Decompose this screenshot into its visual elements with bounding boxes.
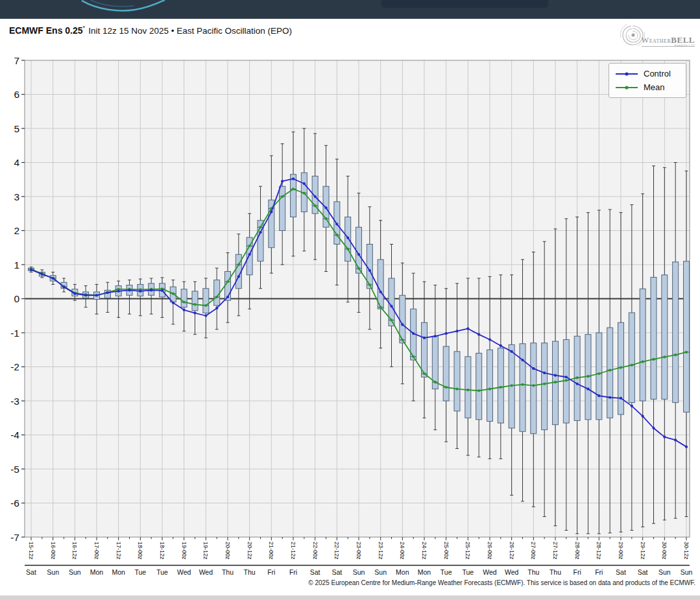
svg-text:30-00z: 30-00z — [661, 542, 668, 560]
svg-text:3: 3 — [14, 191, 19, 202]
control-line-icon — [615, 70, 638, 78]
svg-text:4: 4 — [14, 157, 19, 168]
legend-item-control: Control — [615, 67, 686, 80]
svg-text:21-12z: 21-12z — [290, 542, 296, 560]
svg-text:26-00z: 26-00z — [487, 542, 493, 560]
svg-text:-3: -3 — [10, 396, 19, 407]
svg-text:27-00z: 27-00z — [530, 542, 537, 560]
svg-text:-6: -6 — [10, 498, 19, 509]
chart-legend: Control Mean — [609, 63, 686, 98]
svg-text:Sat: Sat — [332, 568, 342, 576]
svg-text:Thu: Thu — [549, 568, 561, 576]
svg-text:-1: -1 — [10, 328, 19, 339]
page: ECMWF Ens 0.25°Init 12z 15 Nov 2025 • Ea… — [0, 0, 700, 600]
legend-item-mean: Mean — [615, 80, 686, 94]
svg-text:Fri: Fri — [267, 568, 275, 576]
svg-text:16-00z: 16-00z — [50, 542, 56, 560]
svg-text:Fri: Fri — [289, 568, 297, 576]
svg-text:Wed: Wed — [483, 568, 497, 576]
svg-text:20-12z: 20-12z — [247, 542, 253, 560]
svg-text:-2: -2 — [10, 361, 19, 372]
svg-text:6: 6 — [14, 89, 19, 100]
svg-text:18-00z: 18-00z — [137, 542, 143, 560]
svg-text:19-00z: 19-00z — [181, 542, 187, 560]
svg-text:26-12z: 26-12z — [509, 542, 515, 560]
svg-text:Mon: Mon — [418, 568, 431, 576]
svg-text:25-00z: 25-00z — [443, 542, 450, 560]
svg-text:16-12z: 16-12z — [71, 542, 78, 560]
footer-copyright: © 2025 European Centre for Medium-Range … — [0, 579, 695, 586]
svg-text:Sat: Sat — [616, 568, 626, 576]
svg-text:19-12z: 19-12z — [202, 542, 209, 560]
svg-text:28-12z: 28-12z — [596, 542, 602, 560]
svg-text:Mon: Mon — [112, 568, 125, 576]
mean-line-icon — [615, 84, 638, 91]
svg-text:25-12z: 25-12z — [465, 542, 471, 560]
svg-text:Wed: Wed — [505, 568, 519, 576]
svg-text:28-00z: 28-00z — [574, 542, 581, 560]
svg-text:24-00z: 24-00z — [399, 542, 405, 560]
bottom-strip — [0, 595, 700, 600]
svg-text:Sun: Sun — [47, 568, 59, 576]
svg-text:Tue: Tue — [134, 568, 146, 576]
svg-text:24-12z: 24-12z — [421, 542, 428, 560]
svg-text:22-12z: 22-12z — [333, 542, 340, 560]
svg-text:Thu: Thu — [222, 568, 234, 576]
svg-text:2: 2 — [14, 225, 19, 236]
legend-label-mean: Mean — [644, 82, 665, 92]
svg-text:5: 5 — [14, 123, 19, 134]
svg-text:Sun: Sun — [69, 568, 81, 576]
svg-text:27-12z: 27-12z — [552, 542, 559, 560]
svg-text:-5: -5 — [10, 464, 19, 475]
svg-text:Sat: Sat — [310, 568, 320, 576]
legend-label-control: Control — [644, 69, 671, 78]
svg-text:Tue: Tue — [462, 568, 474, 576]
svg-text:Sun: Sun — [681, 568, 693, 576]
svg-text:18-12z: 18-12z — [159, 542, 165, 560]
svg-text:29-12z: 29-12z — [640, 542, 646, 560]
svg-text:Sun: Sun — [353, 568, 365, 576]
svg-text:23-12z: 23-12z — [378, 542, 384, 560]
svg-text:20-00z: 20-00z — [224, 542, 231, 560]
svg-text:Sun: Sun — [374, 568, 387, 576]
svg-text:21-00z: 21-00z — [268, 542, 274, 560]
svg-text:15-12z: 15-12z — [28, 542, 34, 560]
svg-text:Mon: Mon — [90, 568, 104, 576]
svg-text:17-00z: 17-00z — [93, 542, 100, 560]
svg-text:Wed: Wed — [177, 568, 191, 576]
svg-text:Tue: Tue — [441, 568, 452, 576]
svg-text:-4: -4 — [10, 429, 19, 440]
svg-text:Sun: Sun — [658, 568, 671, 576]
svg-text:-7: -7 — [10, 532, 19, 543]
svg-text:Thu: Thu — [527, 568, 539, 576]
svg-text:22-00z: 22-00z — [312, 542, 319, 560]
svg-text:30-12z: 30-12z — [683, 542, 690, 560]
svg-text:Sat: Sat — [638, 568, 648, 576]
svg-text:Fri: Fri — [573, 568, 581, 576]
svg-text:7: 7 — [14, 55, 19, 66]
svg-text:Mon: Mon — [396, 568, 409, 576]
svg-text:Fri: Fri — [595, 568, 603, 576]
svg-text:Tue: Tue — [156, 568, 168, 576]
svg-text:0: 0 — [14, 293, 19, 304]
svg-text:29-00z: 29-00z — [618, 542, 624, 560]
svg-text:Thu: Thu — [244, 568, 256, 576]
svg-text:Wed: Wed — [199, 568, 213, 576]
svg-text:17-12z: 17-12z — [115, 542, 122, 560]
svg-text:1: 1 — [14, 259, 19, 270]
epo-ensemble-chart: 76543210-1-2-3-4-5-6-715-12zSat16-00zSun… — [0, 0, 700, 600]
svg-text:23-00z: 23-00z — [356, 542, 362, 560]
svg-text:Sat: Sat — [26, 568, 36, 576]
